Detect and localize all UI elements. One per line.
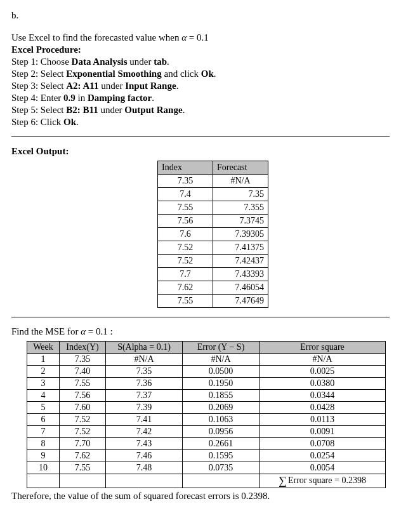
mse-intro: Find the MSE for α = 0.1 : — [11, 326, 390, 337]
cell: #N/A — [106, 354, 183, 366]
mse-col-y: Index(Y) — [60, 342, 106, 354]
cell-index: 7.7 — [158, 268, 213, 281]
intro-line: Use Excel to find the forecasted value w… — [11, 32, 390, 43]
divider — [11, 136, 390, 137]
cell: 7.36 — [106, 378, 183, 390]
mse-wrap: Week Index(Y) S(Alpha = 0.1) Error (Y − … — [27, 341, 390, 488]
table-row: 7.557.355 — [158, 201, 268, 215]
cell-forecast: 7.39305 — [213, 228, 268, 241]
table-row: 47.567.370.18550.0344 — [27, 390, 386, 402]
step-text: Step 2: Select — [11, 69, 66, 79]
step-3: Step 3: Select A2: A11 under Input Range… — [11, 81, 390, 91]
table-row: 7.627.46054 — [158, 281, 268, 295]
cell: 7.37 — [106, 390, 183, 402]
step-5: Step 5: Select B2: B11 under Output Rang… — [11, 105, 390, 116]
cell: 1 — [27, 354, 60, 366]
step-text: under — [99, 81, 126, 91]
cell: 5 — [27, 402, 60, 414]
table-row: 7.527.41375 — [158, 241, 268, 255]
intro-text: Use Excel to find the forecasted value w… — [11, 32, 181, 43]
step-6: Step 6: Click Ok. — [11, 117, 390, 128]
table-row: 7.35#N/A — [158, 175, 268, 188]
cell: 0.0344 — [260, 390, 386, 402]
cell: 6 — [27, 414, 60, 426]
alpha-symbol: α — [181, 32, 187, 43]
cell: 0.1950 — [183, 378, 260, 390]
step-2: Step 2: Select Exponential Smoothing and… — [11, 69, 390, 79]
step-em: Data Analysis — [72, 57, 128, 67]
cell: 7.39 — [106, 402, 183, 414]
cell-index: 7.55 — [158, 295, 213, 308]
step-em: Ok — [201, 69, 214, 79]
cell-forecast: 7.41375 — [213, 241, 268, 255]
cell-forecast: 7.3745 — [213, 215, 268, 228]
cell-forecast: 7.43393 — [213, 268, 268, 281]
mse-col-s: S(Alpha = 0.1) — [106, 342, 183, 354]
cell: #N/A — [260, 354, 386, 366]
cell-forecast: 7.47649 — [213, 295, 268, 308]
cell: 7.42 — [106, 426, 183, 438]
cell: 7.43 — [106, 438, 183, 450]
cell: 4 — [27, 390, 60, 402]
cell: 0.0091 — [260, 426, 386, 438]
divider — [11, 317, 390, 317]
table-row: 7.77.43393 — [158, 268, 268, 281]
cell: 7.52 — [60, 426, 106, 438]
cell-forecast: 7.355 — [213, 201, 268, 215]
step-text: Step 5: Select — [11, 105, 66, 115]
step-text: Step 4: Enter — [11, 93, 63, 103]
out-col-forecast: Forecast — [213, 161, 268, 175]
table-row: 7.557.47649 — [158, 295, 268, 308]
cell-forecast: 7.46054 — [213, 281, 268, 295]
step-text: . — [183, 105, 185, 115]
step-em: 0.9 — [63, 93, 76, 103]
cell-index: 7.62 — [158, 281, 213, 295]
cell-forecast: 7.42437 — [213, 255, 268, 268]
step-em: tab — [154, 57, 167, 67]
cell: 0.1595 — [183, 450, 260, 462]
excel-output-wrap: Index Forecast 7.35#N/A7.47.357.557.3557… — [157, 161, 390, 308]
cell: 7.46 — [106, 450, 183, 462]
mse-sum-row: ∑Error square = 0.2398 — [27, 474, 386, 488]
cell: 0.0735 — [183, 462, 260, 474]
cell: 7.35 — [60, 354, 106, 366]
table-row: 87.707.430.26610.0708 — [27, 438, 386, 450]
cell: 0.0380 — [260, 378, 386, 390]
cell: 0.2069 — [183, 402, 260, 414]
output-heading: Excel Output: — [11, 146, 390, 157]
cell: 0.0025 — [260, 366, 386, 378]
cell: 10 — [27, 462, 60, 474]
cell: 7.62 — [60, 450, 106, 462]
step-em: B2: B11 — [66, 105, 98, 115]
step-em: A2: A11 — [66, 81, 98, 91]
mse-table: Week Index(Y) S(Alpha = 0.1) Error (Y − … — [27, 341, 386, 488]
cell-forecast: #N/A — [213, 175, 268, 188]
step-text: . — [152, 93, 154, 103]
step-em: Exponential Smoothing — [66, 69, 161, 79]
step-text: and click — [162, 69, 201, 79]
mse-text: Find the MSE for — [11, 326, 81, 336]
procedure-heading: Excel Procedure: — [11, 44, 390, 55]
table-row: 77.527.420.09560.0091 — [27, 426, 386, 438]
cell: 7.55 — [60, 462, 106, 474]
table-row: 97.627.460.15950.0254 — [27, 450, 386, 462]
step-em: Output Range — [124, 105, 182, 115]
table-row: 7.527.42437 — [158, 255, 268, 268]
step-text: . — [176, 81, 179, 91]
out-col-index: Index — [158, 161, 213, 175]
cell: 0.0708 — [260, 438, 386, 450]
sum-label: Error square = — [288, 475, 341, 485]
table-row: 57.607.390.20690.0428 — [27, 402, 386, 414]
table-row: 7.47.35 — [158, 188, 268, 201]
intro-eq: = 0.1 — [187, 32, 209, 43]
cell-index: 7.55 — [158, 201, 213, 215]
cell-index: 7.35 — [158, 175, 213, 188]
cell-index: 7.6 — [158, 228, 213, 241]
table-row: 7.67.39305 — [158, 228, 268, 241]
cell: 2 — [27, 366, 60, 378]
cell-index: 7.52 — [158, 241, 213, 255]
cell: 7.52 — [60, 414, 106, 426]
step-4: Step 4: Enter 0.9 in Damping factor. — [11, 93, 390, 103]
excel-output-table: Index Forecast 7.35#N/A7.47.357.557.3557… — [157, 161, 268, 308]
table-row: 17.35#N/A#N/A#N/A — [27, 354, 386, 366]
